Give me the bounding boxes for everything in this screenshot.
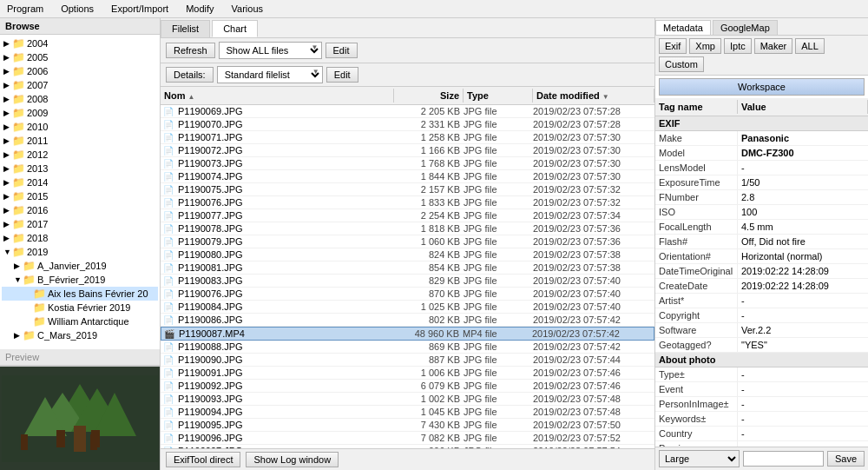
- tree-expand-icon[interactable]: ▶: [3, 164, 12, 173]
- save-button[interactable]: Save: [827, 451, 865, 467]
- tree-item[interactable]: ▼📁2019: [2, 245, 158, 259]
- tree-item[interactable]: ▶📁A_Janvier_2019: [2, 259, 158, 273]
- tree-expand-icon[interactable]: ▶: [3, 95, 12, 103]
- tree-expand-icon[interactable]: ▶: [3, 234, 12, 242]
- file-row[interactable]: 📄P1190076.JPG870 KBJPG file2019/02/23 07…: [161, 288, 654, 301]
- show-all-wrapper[interactable]: Show ALL files: [219, 42, 322, 59]
- edit-button-2[interactable]: Edit: [326, 67, 358, 83]
- meta-sub-exif[interactable]: Exif: [659, 38, 687, 54]
- file-row[interactable]: 📄P1190090.JPG887 KBJPG file2019/02/23 07…: [161, 354, 654, 367]
- file-row[interactable]: 📄P1190076.JPG1 833 KBJPG file2019/02/23 …: [161, 196, 654, 209]
- meta-sub-iptc[interactable]: Iptc: [724, 38, 752, 54]
- col-header-date[interactable]: Date modified ▼: [533, 89, 654, 103]
- tree-item[interactable]: 📁William Antarctique: [2, 314, 158, 328]
- standard-select[interactable]: Standard filelist: [217, 66, 323, 83]
- file-row[interactable]: 📄P1190079.JPG1 060 KBJPG file2019/02/23 …: [161, 235, 654, 248]
- standard-wrapper[interactable]: Standard filelist: [217, 66, 323, 83]
- edit-button-1[interactable]: Edit: [326, 43, 358, 58]
- file-row[interactable]: 📄P1190091.JPG1 006 KBJPG file2019/02/23 …: [161, 367, 654, 380]
- file-row[interactable]: 📄P1190096.JPG7 082 KBJPG file2019/02/23 …: [161, 432, 654, 445]
- file-row[interactable]: 📄P1190095.JPG7 430 KBJPG file2019/02/23 …: [161, 419, 654, 432]
- file-row[interactable]: 🎬P1190087.MP448 960 KBMP4 file2019/02/23…: [161, 327, 654, 341]
- tree-expand-icon[interactable]: ▼: [14, 275, 23, 284]
- tree-item[interactable]: ▶📁2004: [2, 36, 158, 50]
- tree-expand-icon[interactable]: ▶: [3, 122, 12, 131]
- menu-various[interactable]: Various: [228, 2, 266, 16]
- tree-item[interactable]: 📁Aix les Bains Février 20: [2, 287, 158, 301]
- tree-expand-icon[interactable]: ▶: [3, 178, 12, 187]
- meta-value-input[interactable]: [743, 451, 824, 467]
- file-row[interactable]: 📄P1190080.JPG824 KBJPG file2019/02/23 07…: [161, 248, 654, 261]
- tree-expand-icon[interactable]: ▶: [3, 206, 12, 215]
- meta-tab-metadata[interactable]: Metadata: [655, 20, 711, 35]
- tree-item[interactable]: ▶📁2006: [2, 64, 158, 78]
- tree-item[interactable]: 📁Kostia Février 2019: [2, 301, 158, 314]
- col-header-name[interactable]: Nom ▲: [161, 89, 394, 103]
- tree-item[interactable]: ▶📁2009: [2, 106, 158, 120]
- tree-item[interactable]: ▶📁2015: [2, 189, 158, 203]
- tree-expand-icon[interactable]: ▶: [3, 81, 12, 89]
- tree-item[interactable]: ▶📁2005: [2, 50, 158, 64]
- file-row[interactable]: 📄P1190069.JPG2 205 KBJPG file2019/02/23 …: [161, 105, 654, 118]
- file-row[interactable]: 📄P1190070.JPG2 331 KBJPG file2019/02/23 …: [161, 118, 654, 131]
- file-row[interactable]: 📄P1190094.JPG1 045 KBJPG file2019/02/23 …: [161, 406, 654, 419]
- tree-item[interactable]: ▶📁2012: [2, 148, 158, 162]
- meta-tab-googlemap[interactable]: GoogleMap: [713, 20, 778, 35]
- show-log-button[interactable]: Show Log window: [246, 452, 339, 467]
- tree-expand-icon[interactable]: ▶: [3, 150, 12, 159]
- tree-item[interactable]: ▶📁C_Mars_2019: [2, 328, 158, 342]
- tree-expand-icon[interactable]: ▶: [14, 261, 23, 270]
- file-row[interactable]: 📄P1190078.JPG1 818 KBJPG file2019/02/23 …: [161, 222, 654, 235]
- file-row[interactable]: 📄P1190092.JPG6 079 KBJPG file2019/02/23 …: [161, 380, 654, 393]
- file-row[interactable]: 📄P1190072.JPG1 166 KBJPG file2019/02/23 …: [161, 144, 654, 157]
- file-row[interactable]: 📄P1190073.JPG1 768 KBJPG file2019/02/23 …: [161, 157, 654, 170]
- file-row[interactable]: 📄P1190077.JPG2 254 KBJPG file2019/02/23 …: [161, 209, 654, 222]
- file-row[interactable]: 📄P1190084.JPG1 025 KBJPG file2019/02/23 …: [161, 301, 654, 314]
- workspace-button[interactable]: Workspace: [659, 78, 865, 96]
- file-row[interactable]: 📄P1190083.JPG829 KBJPG file2019/02/23 07…: [161, 275, 654, 288]
- tree-expand-icon[interactable]: ▶: [3, 220, 12, 228]
- meta-size-select[interactable]: Large: [659, 450, 740, 467]
- meta-sub-xmp[interactable]: Xmp: [689, 38, 721, 54]
- file-row[interactable]: 📄P1190088.JPG869 KBJPG file2019/02/23 07…: [161, 341, 654, 354]
- col-header-size[interactable]: Size: [394, 89, 464, 103]
- tab-chart[interactable]: Chart: [212, 20, 258, 37]
- meta-sub-all[interactable]: ALL: [795, 38, 825, 54]
- col-header-type[interactable]: Type: [464, 89, 533, 103]
- file-row[interactable]: 📄P1190074.JPG1 844 KBJPG file2019/02/23 …: [161, 170, 654, 183]
- exif-direct-button[interactable]: ExifTool direct: [166, 452, 240, 467]
- details-button[interactable]: Details:: [166, 67, 214, 83]
- menu-modify[interactable]: Modify: [182, 2, 217, 16]
- meta-sub-maker[interactable]: Maker: [754, 38, 793, 54]
- tree-item[interactable]: ▶📁2013: [2, 162, 158, 175]
- tree-item[interactable]: ▶📁2008: [2, 92, 158, 106]
- file-row[interactable]: 📄P1190081.JPG854 KBJPG file2019/02/23 07…: [161, 261, 654, 275]
- tree-expand-icon[interactable]: ▶: [3, 136, 12, 145]
- tree-item[interactable]: ▶📁2011: [2, 134, 158, 148]
- menu-options[interactable]: Options: [57, 2, 97, 16]
- tree-expand-icon[interactable]: ▶: [3, 53, 12, 62]
- tree-expand-icon[interactable]: ▶: [3, 67, 12, 76]
- file-row[interactable]: 📄P1190071.JPG1 258 KBJPG file2019/02/23 …: [161, 131, 654, 144]
- menu-program[interactable]: Program: [3, 2, 47, 16]
- tree-item[interactable]: ▶📁2018: [2, 231, 158, 245]
- tree-expand-icon[interactable]: ▶: [3, 39, 12, 48]
- tree-expand-icon[interactable]: ▶: [14, 331, 23, 340]
- tree-item[interactable]: ▶📁2010: [2, 120, 158, 134]
- tree-expand-icon[interactable]: ▶: [3, 192, 12, 201]
- tree-item[interactable]: ▶📁2007: [2, 78, 158, 92]
- file-row[interactable]: 📄P1190086.JPG802 KBJPG file2019/02/23 07…: [161, 314, 654, 327]
- show-all-select[interactable]: Show ALL files: [219, 42, 322, 59]
- file-row[interactable]: 📄P1190075.JPG2 157 KBJPG file2019/02/23 …: [161, 183, 654, 196]
- tree-item[interactable]: ▶📁2016: [2, 203, 158, 217]
- tree-expand-icon[interactable]: ▼: [3, 248, 12, 256]
- tab-filelist[interactable]: Filelist: [161, 20, 210, 37]
- tree-item[interactable]: ▼📁B_Février_2019: [2, 273, 158, 287]
- tree-item[interactable]: ▶📁2014: [2, 175, 158, 189]
- menu-export-import[interactable]: Export/Import: [108, 2, 172, 16]
- meta-sub-custom[interactable]: Custom: [659, 56, 704, 72]
- file-row[interactable]: 📄P1190093.JPG1 002 KBJPG file2019/02/23 …: [161, 393, 654, 406]
- tree-expand-icon[interactable]: ▶: [3, 109, 12, 117]
- refresh-button[interactable]: Refresh: [166, 43, 215, 58]
- tree-item[interactable]: ▶📁2017: [2, 217, 158, 231]
